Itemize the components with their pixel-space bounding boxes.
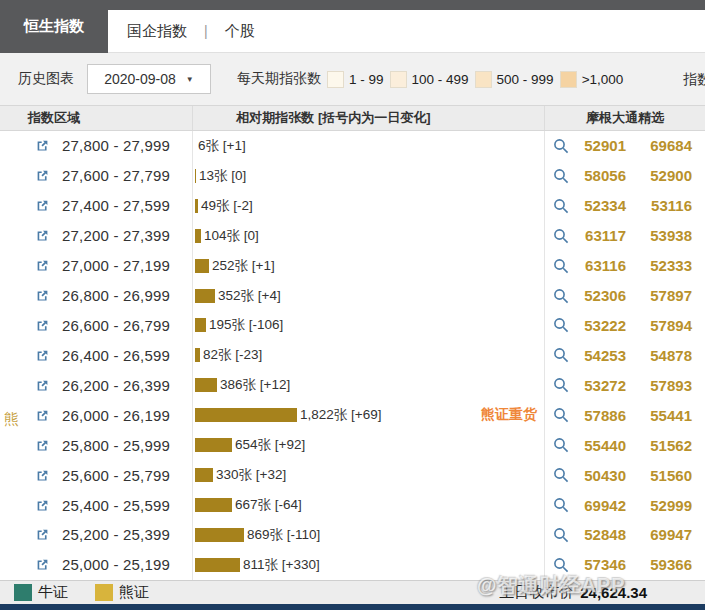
legend-item: >1,000 <box>560 71 624 88</box>
search-icon[interactable] <box>553 407 569 423</box>
picks-cell: 5425354878 <box>545 340 705 370</box>
index-label-clipped[interactable]: 指数 <box>683 71 705 89</box>
contracts-count-label: 6张 [+1] <box>198 137 246 155</box>
contracts-bar-cell: 49张 [-2] <box>193 191 545 221</box>
external-link-icon[interactable] <box>36 439 49 452</box>
tab-china-enterprises-index[interactable]: 国企指数 <box>127 22 187 41</box>
picks-cell: 5043051560 <box>545 460 705 490</box>
warrant-code[interactable]: 52306 <box>569 287 626 304</box>
external-link-icon[interactable] <box>36 139 49 152</box>
search-icon[interactable] <box>553 347 569 363</box>
external-link-icon[interactable] <box>36 319 49 332</box>
bull-certificate-swatch <box>14 584 32 601</box>
warrant-code[interactable]: 52999 <box>635 497 692 514</box>
external-link-icon[interactable] <box>36 289 49 302</box>
table-header: 指数区域 相对期指张数 [括号内为一日变化] 摩根大通精选 <box>0 105 705 131</box>
warrant-code[interactable]: 59366 <box>635 556 692 573</box>
warrant-code[interactable]: 69947 <box>635 526 692 543</box>
legend-range-label: 1 - 99 <box>349 72 384 87</box>
warrant-code[interactable]: 57894 <box>635 317 692 334</box>
search-icon[interactable] <box>553 527 569 543</box>
warrant-code[interactable]: 53116 <box>635 197 692 214</box>
warrant-code[interactable]: 58056 <box>569 167 626 184</box>
header-index-range: 指数区域 <box>0 106 193 130</box>
search-icon[interactable] <box>553 437 569 453</box>
warrant-code[interactable]: 63117 <box>569 227 626 244</box>
warrant-code[interactable]: 53222 <box>569 317 626 334</box>
search-icon[interactable] <box>553 258 569 274</box>
external-link-icon[interactable] <box>36 499 49 512</box>
table-row: 25,400 - 25,599667张 [-64]6994252999 <box>0 490 705 520</box>
warrant-code[interactable]: 53272 <box>569 377 626 394</box>
external-link-icon[interactable] <box>36 528 49 541</box>
contracts-bar <box>195 259 209 273</box>
warrant-code[interactable]: 55441 <box>635 407 692 424</box>
index-range-text: 27,400 - 27,599 <box>62 197 170 214</box>
warrant-code[interactable]: 57897 <box>635 287 692 304</box>
contracts-bar <box>195 289 215 303</box>
warrant-code[interactable]: 69942 <box>569 497 626 514</box>
daily-futures-count-label: 每天期指张数 <box>237 70 321 88</box>
picks-cell: 5788655441 <box>545 400 705 430</box>
warrant-code[interactable]: 50430 <box>569 467 626 484</box>
search-icon[interactable] <box>553 228 569 244</box>
contracts-bar <box>195 498 232 512</box>
warrant-code[interactable]: 51560 <box>635 467 692 484</box>
search-icon[interactable] <box>553 198 569 214</box>
search-icon[interactable] <box>553 497 569 513</box>
legend-color-swatch <box>327 71 344 88</box>
contracts-bar <box>195 348 200 362</box>
warrant-code[interactable]: 57886 <box>569 407 626 424</box>
chevron-down-icon: ▼ <box>186 75 194 84</box>
external-link-icon[interactable] <box>36 169 49 182</box>
search-icon[interactable] <box>553 168 569 184</box>
contracts-count-label: 49张 [-2] <box>201 197 253 215</box>
warrant-code[interactable]: 55440 <box>569 437 626 454</box>
warrant-code[interactable]: 51562 <box>635 437 692 454</box>
warrant-code[interactable]: 52901 <box>569 137 626 154</box>
external-link-icon[interactable] <box>36 259 49 272</box>
tab-hang-seng-index[interactable]: 恒生指数 <box>0 0 108 53</box>
warrant-code[interactable]: 53938 <box>635 227 692 244</box>
search-icon[interactable] <box>553 317 569 333</box>
warrant-code[interactable]: 52848 <box>569 526 626 543</box>
range-cell: 27,400 - 27,599 <box>0 191 193 221</box>
external-link-icon[interactable] <box>36 558 49 571</box>
previous-close-label: 上日收市价 <box>499 583 574 602</box>
external-link-icon[interactable] <box>36 409 49 422</box>
warrant-code[interactable]: 57893 <box>635 377 692 394</box>
contracts-bar <box>195 558 240 572</box>
warrant-code[interactable]: 63116 <box>569 257 626 274</box>
warrant-code[interactable]: 69684 <box>635 137 692 154</box>
search-icon[interactable] <box>553 377 569 393</box>
warrant-code[interactable]: 54878 <box>635 347 692 364</box>
external-link-icon[interactable] <box>36 349 49 362</box>
search-icon[interactable] <box>553 138 569 154</box>
contracts-bar-cell: 252张 [+1] <box>193 251 545 281</box>
legend-color-swatch <box>475 71 492 88</box>
external-link-icon[interactable] <box>36 229 49 242</box>
external-link-icon[interactable] <box>36 199 49 212</box>
range-cell: 25,800 - 25,999 <box>0 430 193 460</box>
warrant-code[interactable]: 57346 <box>569 556 626 573</box>
date-dropdown-value: 2020-09-08 <box>104 71 176 87</box>
contracts-bar <box>195 169 196 183</box>
contracts-count-label: 195张 [-106] <box>209 316 283 334</box>
legend-color-swatch <box>560 71 577 88</box>
external-link-icon[interactable] <box>36 469 49 482</box>
date-dropdown[interactable]: 2020-09-08 ▼ <box>87 64 211 94</box>
legend-item: 1 - 99 <box>327 71 384 88</box>
contracts-bar-cell: 6张 [+1] <box>193 131 545 161</box>
search-icon[interactable] <box>553 288 569 304</box>
picks-cell: 6311652333 <box>545 251 705 281</box>
warrant-code[interactable]: 52333 <box>635 257 692 274</box>
external-link-icon[interactable] <box>36 379 49 392</box>
search-icon[interactable] <box>553 557 569 573</box>
warrant-code[interactable]: 52334 <box>569 197 626 214</box>
warrant-code[interactable]: 52900 <box>635 167 692 184</box>
warrant-code[interactable]: 54253 <box>569 347 626 364</box>
search-icon[interactable] <box>553 467 569 483</box>
bull-certificate-label: 牛证 <box>38 583 68 602</box>
tab-individual-stocks[interactable]: 个股 <box>225 22 255 41</box>
contracts-bar <box>195 318 206 332</box>
